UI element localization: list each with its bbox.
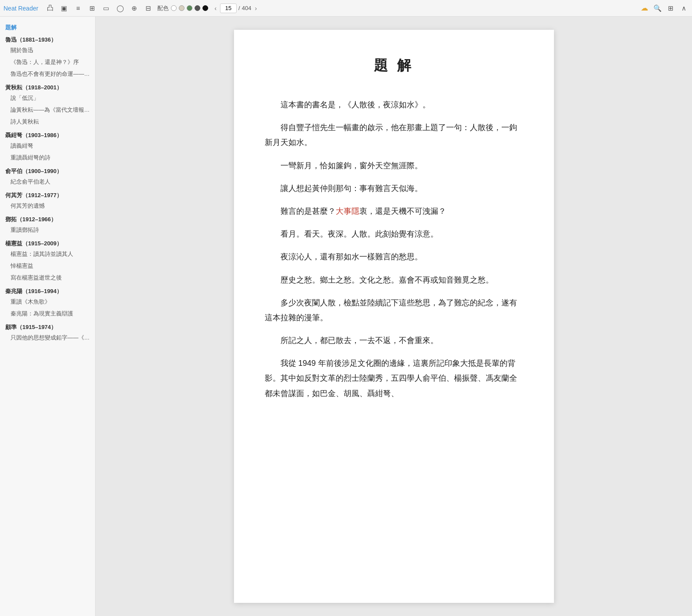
bookmark-icon[interactable]: 凸	[45, 4, 55, 13]
sidebar-item-2[interactable]: 《魯迅：人，還是神？》序	[0, 57, 95, 68]
sidebar-item-6[interactable]: 詩人黃秋耘	[0, 116, 95, 128]
sidebar-author-qinzhaoyang: 秦兆陽（1916–1994）	[0, 284, 95, 296]
sidebar-item-3[interactable]: 魯迅也不會有更好的命運——也...	[0, 68, 95, 80]
search2-icon[interactable]: ⊕	[129, 4, 139, 13]
sidebar-section-title: 題解	[0, 21, 95, 32]
grid-icon[interactable]: ⊞	[87, 4, 97, 13]
sidebar-item-9[interactable]: 紀念俞平伯老人	[0, 176, 95, 188]
expand-icon[interactable]: ⊟	[143, 4, 153, 13]
paragraph-4: 讓人想起黃仲則那句：事有難言天似海。	[265, 181, 523, 196]
layout2-icon[interactable]: ⊞	[666, 4, 675, 13]
panel-icon[interactable]: ▭	[101, 4, 111, 13]
paragraph-11: 我從 1949 年前後涉足文化圈的邊緣，這裏所記印象大抵是長輩的背影。其中如反對…	[265, 356, 523, 401]
paragraph-5: 難言的是甚麼？大事隱衷，還是天機不可洩漏？	[265, 204, 523, 219]
page-number-input[interactable]: 15	[220, 4, 237, 13]
sidebar-item-5[interactable]: 論黃秋耘——為《當代文壇報 ...	[0, 104, 95, 116]
color-black[interactable]	[202, 5, 208, 11]
paragraph-9: 多少次夜闌人散，檢點並陸續記下這些愁思，為了難忘的紀念，遂有這本拉雜的漫筆。	[265, 295, 523, 325]
sidebar-author-yangxianyi: 楊憲益（1915–2009）	[0, 236, 95, 248]
paragraph-8: 歷史之愁。鄉土之愁。文化之愁。嘉會不再或知音難覓之愁。	[265, 273, 523, 287]
content-area: 題 解 這本書的書名是，《人散後，夜涼如水》。 得自豐子愷先生一幅畫的啟示，他在…	[96, 17, 692, 616]
sidebar-author-dengtuo: 鄧拓（1912–1966）	[0, 212, 95, 224]
next-page-button[interactable]: ›	[253, 5, 259, 12]
sidebar-author-lxun: 魯迅（1881–1936）	[0, 32, 95, 45]
cloud-icon[interactable]: ☁	[639, 4, 649, 13]
sidebar-author-huangqiuyun: 黃秋耘（1918–2001）	[0, 80, 95, 92]
sidebar-item-10[interactable]: 何其芳的遺憾	[0, 200, 95, 212]
sidebar-author-gupei: 顧準（1915–1974）	[0, 320, 95, 332]
layout-icon[interactable]: ▣	[59, 4, 69, 13]
sidebar-item-15[interactable]: 重讀《木魚歌》	[0, 296, 95, 308]
paragraph-3: 一彎新月，恰如簾鉤，窗外天空無涯際。	[265, 158, 523, 173]
sidebar-author-yupingbo: 俞平伯（1900–1990）	[0, 164, 95, 176]
sidebar-item-8[interactable]: 重讀聶紺弩的詩	[0, 152, 95, 164]
app-title: Neat Reader	[4, 5, 38, 12]
sidebar-item-1[interactable]: 關於魯迅	[0, 45, 95, 57]
sidebar-item-16[interactable]: 秦兆陽：為現實主義辯護	[0, 308, 95, 320]
main-layout: 題解 魯迅（1881–1936） 關於魯迅 《魯迅：人，還是神？》序 魯迅也不會…	[0, 17, 692, 616]
sidebar-item-17[interactable]: 只因他的思想變成鉛字——《顧...	[0, 332, 95, 344]
menu-icon[interactable]: ≡	[73, 4, 83, 13]
color-label: 配色	[157, 4, 169, 12]
sidebar-item-11[interactable]: 重讀鄧拓詩	[0, 224, 95, 236]
sidebar-item-12[interactable]: 楊憲益：讀其詩並讀其人	[0, 248, 95, 260]
book-page: 題 解 這本書的書名是，《人散後，夜涼如水》。 得自豐子愷先生一幅畫的啟示，他在…	[234, 30, 554, 603]
page-total: 404	[242, 5, 252, 11]
page-separator: /	[238, 5, 240, 11]
color-light[interactable]	[179, 5, 185, 11]
sidebar: 題解 魯迅（1881–1936） 關於魯迅 《魯迅：人，還是神？》序 魯迅也不會…	[0, 17, 96, 616]
collapse-icon[interactable]: ∧	[679, 4, 688, 13]
color-white[interactable]	[171, 5, 177, 11]
color-selector: 配色	[157, 4, 208, 12]
color-dark[interactable]	[195, 5, 200, 11]
right-toolbar: ☁ 🔍 ⊞ ∧	[639, 4, 688, 13]
chapter-title: 題 解	[265, 56, 523, 75]
sidebar-author-hequfang: 何其芳（1912–1977）	[0, 188, 95, 200]
search-right-icon[interactable]: 🔍	[653, 4, 662, 13]
sidebar-item-7[interactable]: 讀義紺弩	[0, 140, 95, 152]
sidebar-item-4[interactable]: 說「低沉」	[0, 92, 95, 104]
prev-page-button[interactable]: ‹	[213, 5, 218, 12]
paragraph-6: 看月。看天。夜深。人散。此刻始覺有涼意。	[265, 227, 523, 241]
paragraph-7: 夜涼沁人，還有那如水一樣難言的愁思。	[265, 249, 523, 264]
sidebar-item-13[interactable]: 悼楊憲益	[0, 260, 95, 272]
paragraph-1: 這本書的書名是，《人散後，夜涼如水》。	[265, 97, 523, 112]
highlight-text: 大事隱	[336, 207, 359, 216]
paragraph-10: 所記之人，都已散去，一去不返，不會重來。	[265, 333, 523, 348]
search-icon[interactable]: ◯	[115, 4, 125, 13]
sidebar-item-14[interactable]: 寫在楊憲益逝世之後	[0, 272, 95, 284]
titlebar: Neat Reader 凸 ▣ ≡ ⊞ ▭ ◯ ⊕ ⊟ 配色 ‹ 15 / 40…	[0, 0, 692, 17]
page-navigation: ‹ 15 / 404 ›	[213, 4, 259, 13]
paragraph-2: 得自豐子愷先生一幅畫的啟示，他在那畫上題了一句：人散後，一鉤新月天如水。	[265, 120, 523, 150]
color-green[interactable]	[187, 5, 192, 11]
sidebar-author-niegangnu: 聶紺弩（1903–1986）	[0, 128, 95, 140]
